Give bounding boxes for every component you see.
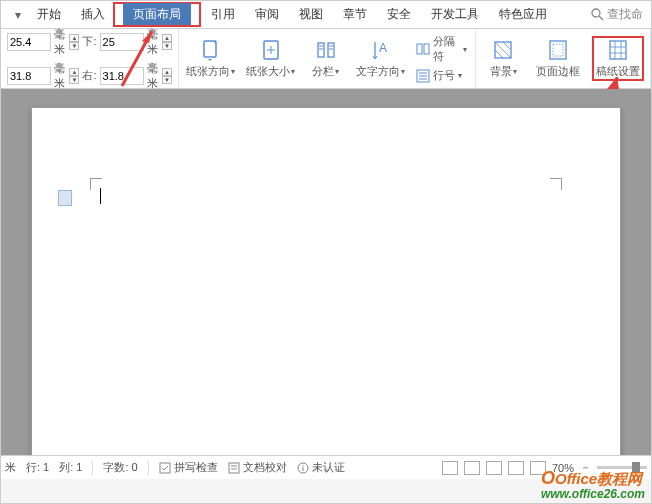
spin-up[interactable]: ▲	[162, 68, 172, 76]
svg-rect-12	[417, 44, 422, 54]
tab-start[interactable]: 开始	[27, 2, 71, 27]
background-icon	[491, 38, 515, 62]
svg-rect-23	[553, 44, 563, 56]
paper-size-button[interactable]: 纸张大小▾	[245, 36, 297, 81]
manuscript-settings-button[interactable]: 稿纸设置	[592, 36, 644, 81]
status-col[interactable]: 列: 1	[59, 460, 82, 475]
columns-button[interactable]: 分栏▾	[305, 36, 347, 81]
svg-line-1	[599, 16, 603, 20]
orientation-icon	[199, 38, 223, 62]
orientation-button[interactable]: 纸张方向▾	[185, 36, 237, 81]
unit-label: 毫米	[147, 61, 159, 91]
spin-up[interactable]: ▲	[69, 34, 79, 42]
spin-down[interactable]: ▼	[69, 42, 79, 50]
document-area[interactable]	[1, 89, 651, 459]
svg-rect-4	[318, 43, 324, 57]
info-icon	[297, 462, 309, 474]
tab-references[interactable]: 引用	[201, 2, 245, 27]
svg-rect-2	[204, 41, 216, 57]
svg-rect-13	[424, 44, 429, 54]
spin-down[interactable]: ▼	[162, 76, 172, 84]
text-direction-icon: A	[369, 38, 393, 62]
highlight-page-layout-tab: 页面布局	[113, 2, 201, 27]
svg-rect-24	[610, 41, 626, 59]
proof-icon	[228, 462, 240, 474]
view-mode-outline[interactable]	[508, 461, 524, 475]
tab-view[interactable]: 视图	[289, 2, 333, 27]
tab-security[interactable]: 安全	[377, 2, 421, 27]
tab-review[interactable]: 审阅	[245, 2, 289, 27]
manuscript-icon	[606, 38, 630, 62]
background-button[interactable]: 背景▾	[482, 36, 524, 81]
status-wordcount[interactable]: 字数: 0	[103, 460, 137, 475]
page-border-button[interactable]: 页面边框	[532, 36, 584, 81]
tab-insert[interactable]: 插入	[71, 2, 115, 27]
unit-label: 毫米	[54, 27, 66, 57]
paper-size-icon	[259, 38, 283, 62]
view-mode-web[interactable]	[486, 461, 502, 475]
search-placeholder: 查找命	[607, 6, 643, 23]
page[interactable]	[31, 107, 621, 457]
spin-down[interactable]: ▼	[69, 76, 79, 84]
status-spellcheck[interactable]: 拼写检查	[159, 460, 218, 475]
unit-label: 毫米	[54, 61, 66, 91]
margin-bottom-input[interactable]	[100, 33, 144, 51]
margin-top-input[interactable]	[7, 33, 51, 51]
paragraph-mark-icon	[58, 190, 72, 206]
tab-special[interactable]: 特色应用	[489, 2, 557, 27]
line-numbers-icon	[416, 69, 430, 83]
margin-right-input[interactable]	[100, 67, 144, 85]
watermark: OOffice教程网 www.office26.com	[541, 468, 645, 501]
app-menu-dropdown[interactable]: ▾	[9, 8, 27, 22]
ribbon: 毫米 ▲▼ 下: 毫米 ▲▼ 毫米 ▲▼ 右: 毫米 ▲▼ 纸张方向▾	[1, 29, 651, 89]
svg-point-0	[592, 9, 600, 17]
status-page[interactable]: 米	[5, 460, 16, 475]
spin-up[interactable]: ▲	[69, 68, 79, 76]
svg-line-20	[495, 50, 503, 58]
breaks-button[interactable]: 分隔符▾	[414, 33, 469, 65]
margin-right-label: 右:	[82, 68, 96, 83]
tab-developer[interactable]: 开发工具	[421, 2, 489, 27]
margin-inputs: 毫米 ▲▼ 下: 毫米 ▲▼ 毫米 ▲▼ 右: 毫米 ▲▼	[1, 29, 179, 88]
spin-down[interactable]: ▼	[162, 42, 172, 50]
spellcheck-icon	[159, 462, 171, 474]
svg-rect-33	[160, 463, 170, 473]
line-numbers-button[interactable]: 行号▾	[414, 67, 469, 84]
tab-page-layout[interactable]: 页面布局	[123, 3, 191, 25]
unit-label: 毫米	[147, 27, 159, 57]
svg-rect-5	[328, 43, 334, 57]
tab-chapter[interactable]: 章节	[333, 2, 377, 27]
columns-icon	[314, 38, 338, 62]
svg-line-19	[495, 42, 511, 58]
svg-rect-34	[229, 463, 239, 473]
svg-line-21	[503, 42, 511, 50]
margin-bottom-label: 下:	[82, 34, 96, 49]
spin-up[interactable]: ▲	[162, 34, 172, 42]
page-border-icon	[546, 38, 570, 62]
svg-text:A: A	[379, 41, 387, 55]
breaks-icon	[416, 42, 430, 56]
margin-left-input[interactable]	[7, 67, 51, 85]
status-unverified[interactable]: 未认证	[297, 460, 345, 475]
search-box[interactable]: 查找命	[583, 6, 651, 23]
margin-corner-tr	[550, 178, 562, 190]
view-mode-print[interactable]	[442, 461, 458, 475]
text-cursor	[100, 188, 101, 204]
status-proof[interactable]: 文档校对	[228, 460, 287, 475]
view-mode-read[interactable]	[464, 461, 480, 475]
search-icon	[591, 8, 604, 21]
text-direction-button[interactable]: A 文字方向▾	[355, 36, 407, 81]
status-line[interactable]: 行: 1	[26, 460, 49, 475]
